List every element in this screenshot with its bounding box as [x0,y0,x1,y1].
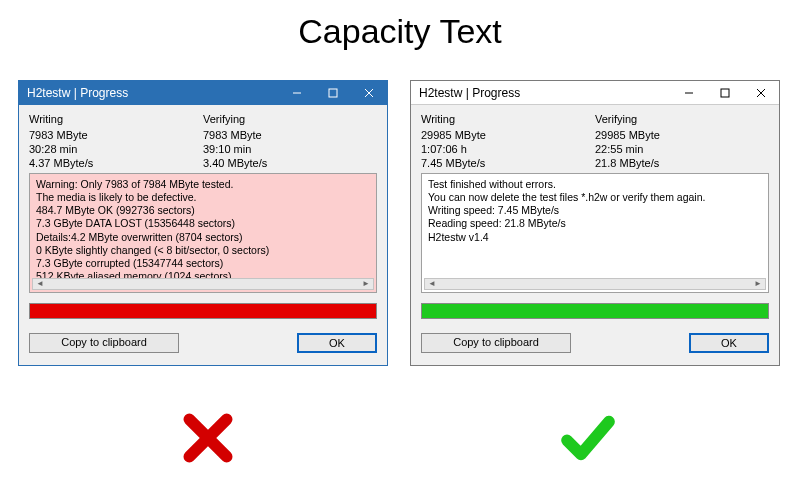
log-output[interactable]: Test finished without errors. You can no… [421,173,769,293]
page-title: Capacity Text [0,12,800,51]
scrollbar-horizontal[interactable]: ◄ ► [32,278,374,290]
progress-bar [421,303,769,319]
log-line: The media is likely to be defective. [36,191,370,204]
scroll-right-icon[interactable]: ► [751,279,765,289]
verifying-head: Verifying [595,113,769,125]
close-button[interactable] [351,81,387,105]
log-line: Writing speed: 7.45 MByte/s [428,204,762,217]
log-line: Reading speed: 21.8 MByte/s [428,217,762,230]
window-title: H2testw | Progress [419,86,520,100]
svg-rect-1 [329,89,337,97]
minimize-button[interactable] [279,81,315,105]
log-line: 7.3 GByte corrupted (15347744 sectors) [36,257,370,270]
maximize-button[interactable] [707,81,743,105]
verifying-rate: 21.8 MByte/s [595,157,769,169]
log-line: H2testw v1.4 [428,231,762,244]
scroll-left-icon[interactable]: ◄ [33,279,47,289]
log-line: 0 KByte slightly changed (< 8 bit/sector… [36,244,370,257]
log-output[interactable]: Warning: Only 7983 of 7984 MByte tested.… [29,173,377,293]
writing-head: Writing [29,113,203,125]
stats-panel: Writing 7983 MByte 30:28 min 4.37 MByte/… [19,105,387,173]
svg-rect-5 [721,89,729,97]
window-pass: H2testw | Progress Writing 29985 MByte 1… [410,80,780,366]
close-button[interactable] [743,81,779,105]
progress-bar [29,303,377,319]
writing-rate: 4.37 MByte/s [29,157,203,169]
verifying-time: 39:10 min [203,143,377,155]
verifying-bytes: 7983 MByte [203,129,377,141]
ok-button[interactable]: OK [297,333,377,353]
scroll-right-icon[interactable]: ► [359,279,373,289]
log-line: Warning: Only 7983 of 7984 MByte tested. [36,178,370,191]
stats-panel: Writing 29985 MByte 1:07:06 h 7.45 MByte… [411,105,779,173]
log-line: 484.7 MByte OK (992736 sectors) [36,204,370,217]
titlebar[interactable]: H2testw | Progress [411,81,779,105]
window-title: H2testw | Progress [27,86,128,100]
minimize-button[interactable] [671,81,707,105]
log-line: Test finished without errors. [428,178,762,191]
pass-check-icon [560,410,616,478]
fail-x-icon [180,410,236,478]
log-line: Details:4.2 MByte overwritten (8704 sect… [36,231,370,244]
writing-time: 30:28 min [29,143,203,155]
ok-button[interactable]: OK [689,333,769,353]
window-fail: H2testw | Progress Writing 7983 MByte 30… [18,80,388,366]
verifying-rate: 3.40 MByte/s [203,157,377,169]
writing-rate: 7.45 MByte/s [421,157,595,169]
writing-head: Writing [421,113,595,125]
verifying-bytes: 29985 MByte [595,129,769,141]
log-line: 7.3 GByte DATA LOST (15356448 sectors) [36,217,370,230]
copy-to-clipboard-button[interactable]: Copy to clipboard [421,333,571,353]
writing-time: 1:07:06 h [421,143,595,155]
writing-bytes: 29985 MByte [421,129,595,141]
copy-to-clipboard-button[interactable]: Copy to clipboard [29,333,179,353]
writing-bytes: 7983 MByte [29,129,203,141]
scroll-left-icon[interactable]: ◄ [425,279,439,289]
verifying-head: Verifying [203,113,377,125]
log-line: You can now delete the test files *.h2w … [428,191,762,204]
verifying-time: 22:55 min [595,143,769,155]
maximize-button[interactable] [315,81,351,105]
titlebar[interactable]: H2testw | Progress [19,81,387,105]
scrollbar-horizontal[interactable]: ◄ ► [424,278,766,290]
